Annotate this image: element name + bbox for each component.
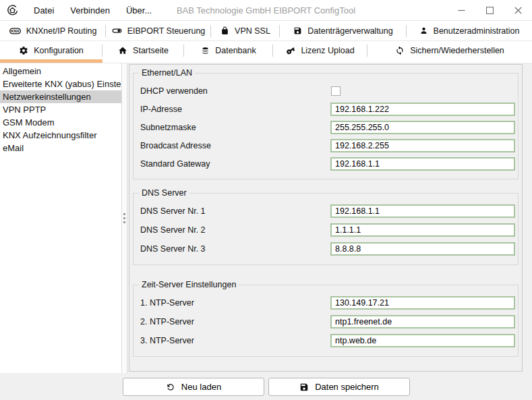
form-row: DNS Server Nr. 3 (140, 239, 515, 258)
ntp-server-2-input[interactable] (330, 315, 515, 328)
sidebar-item-gsm-modem[interactable]: GSM Modem (0, 116, 121, 129)
menu-item-ueber[interactable]: Über... (118, 0, 160, 21)
tabbar-modules: KNX KNXnet/IP Routing EIBPORT Steuerung … (0, 21, 532, 41)
sidebar-item-email[interactable]: eMail (0, 142, 121, 154)
form-row: 3. NTP-Server (140, 331, 515, 350)
field-label: Broadcast Adresse (140, 141, 330, 150)
menu-item-verbinden[interactable]: Verbinden (62, 0, 118, 21)
tab-sichern-wiederherstellen[interactable]: Sichern/Wiederherstellen (367, 41, 532, 63)
knx-icon: KNX (9, 28, 21, 34)
sidebar-item-vpn-pptp[interactable]: VPN PPTP (0, 103, 121, 116)
dns-server-2-input[interactable] (330, 223, 515, 237)
form-row: DNS Server Nr. 1 (140, 202, 515, 221)
tab-label: Startseite (133, 46, 169, 55)
database-icon (201, 47, 210, 55)
sidebar-splitter[interactable] (121, 63, 127, 373)
form-row: Standard Gateway (140, 154, 515, 173)
key-icon (286, 46, 295, 55)
content-area: Allgemein Erweiterte KNX (yabus) Einstel… (0, 63, 532, 373)
field-label: Standard Gateway (140, 159, 330, 169)
sidebar-item-erweiterte-knx[interactable]: Erweiterte KNX (yabus) Einstellungen (0, 78, 121, 90)
subnetzmaske-input[interactable] (330, 121, 515, 134)
menubar: Datei Verbinden Über... (26, 0, 160, 21)
window-title: BAB Technologie GmbH EIBPORT ConfigTool (177, 5, 355, 16)
lock-icon (220, 26, 229, 35)
toggle-icon (112, 26, 122, 36)
dns-server-1-input[interactable] (330, 204, 515, 218)
field-label: DNS Server Nr. 1 (140, 206, 330, 216)
section-legend: DNS Server (139, 188, 189, 198)
close-icon (514, 7, 522, 14)
minimize-icon (458, 7, 465, 14)
tab-datenbank[interactable]: Datenbank (184, 41, 273, 63)
maximize-button[interactable] (475, 0, 504, 20)
field-label: DNS Server Nr. 2 (140, 225, 330, 235)
app-window: Datei Verbinden Über... BAB Technologie … (0, 0, 532, 400)
form-row: Broadcast Adresse (140, 136, 515, 154)
close-button[interactable] (504, 0, 532, 20)
save-data-button[interactable]: Daten speichern (268, 378, 410, 396)
field-label: DNS Server Nr. 3 (140, 244, 330, 254)
tab-label: EIBPORT Steuerung (127, 26, 206, 36)
window-controls (447, 0, 532, 20)
standard-gateway-input[interactable] (330, 157, 515, 171)
ntp-server-3-input[interactable] (330, 334, 515, 347)
home-icon (118, 46, 127, 55)
form-row: 1. NTP-Server (140, 293, 515, 312)
minimize-button[interactable] (447, 0, 475, 20)
settings-panel: Ethernet/LAN DHCP verwenden IP-Adresse S… (129, 64, 523, 372)
maximize-icon (486, 7, 494, 14)
svg-text:KNX: KNX (11, 29, 19, 33)
tab-vpn-ssl[interactable]: VPN SSL (211, 21, 280, 40)
ntp-server-1-input[interactable] (330, 296, 515, 310)
section-ethernet-lan: Ethernet/LAN DHCP verwenden IP-Adresse S… (133, 68, 519, 179)
section-legend: Ethernet/LAN (139, 68, 195, 78)
menu-item-datei[interactable]: Datei (26, 0, 62, 21)
tab-knxnet-ip-routing[interactable]: KNX KNXnet/IP Routing (0, 21, 106, 40)
tab-label: Datenbank (215, 46, 256, 55)
person-icon (419, 26, 428, 35)
reload-icon (166, 382, 175, 392)
floppy-icon (293, 26, 302, 35)
dns-server-3-input[interactable] (330, 242, 515, 256)
ip-adresse-input[interactable] (330, 103, 515, 116)
settings-nav: Allgemein Erweiterte KNX (yabus) Einstel… (0, 63, 121, 373)
form-row: DHCP verwenden (140, 82, 515, 100)
tab-datentraegerverwaltung[interactable]: Datenträgerverwaltung (280, 21, 407, 40)
field-label: 2. NTP-Server (140, 317, 330, 326)
form-row: Subnetzmaske (140, 118, 515, 136)
tab-label: VPN SSL (235, 26, 270, 36)
field-label: 3. NTP-Server (140, 336, 330, 345)
section-legend: Zeit-Server Einstellungen (139, 280, 239, 289)
field-label: DHCP verwenden (140, 86, 330, 96)
field-label: 1. NTP-Server (140, 298, 330, 308)
dhcp-checkbox[interactable] (331, 86, 341, 96)
broadcast-adresse-input[interactable] (330, 139, 515, 152)
settings-main: Ethernet/LAN DHCP verwenden IP-Adresse S… (127, 63, 532, 373)
field-label: Subnetzmaske (140, 123, 330, 132)
sync-icon (395, 46, 405, 55)
tab-lizenz-upload[interactable]: Lizenz Upload (273, 41, 367, 63)
section-zeit-server: Zeit-Server Einstellungen 1. NTP-Server … (133, 280, 519, 357)
tab-label: Konfiguration (34, 46, 84, 55)
tab-label: Sichern/Wiederherstellen (410, 46, 504, 55)
titlebar: Datei Verbinden Über... BAB Technologie … (0, 0, 532, 21)
tab-startseite[interactable]: Startseite (102, 41, 184, 63)
sidebar-item-knx-aufzeichnungsfilter[interactable]: KNX Aufzeichnungsfilter (0, 129, 121, 142)
tab-eibport-steuerung[interactable]: EIBPORT Steuerung (106, 21, 211, 40)
sidebar-item-netzwerkeinstellungen[interactable]: Netzwerkeinstellungen (0, 90, 121, 103)
section-dns-server: DNS Server DNS Server Nr. 1 DNS Server N… (133, 188, 519, 265)
form-row: DNS Server Nr. 2 (140, 221, 515, 239)
reload-button[interactable]: Neu laden (123, 378, 264, 396)
tab-konfiguration[interactable]: Konfiguration (0, 41, 102, 63)
tab-benutzeradministration[interactable]: Benutzeradministration (407, 21, 532, 40)
tabbar-sections: Konfiguration Startseite Datenbank Lizen… (0, 41, 532, 63)
gear-icon (19, 46, 28, 55)
app-logo-icon (6, 4, 19, 17)
sidebar-item-allgemein[interactable]: Allgemein (0, 65, 121, 78)
button-label: Neu laden (181, 382, 221, 392)
tab-label: Lizenz Upload (301, 46, 354, 55)
field-label: IP-Adresse (140, 105, 330, 114)
tab-label: Datenträgerverwaltung (307, 26, 392, 36)
tab-label: Benutzeradministration (434, 26, 520, 36)
